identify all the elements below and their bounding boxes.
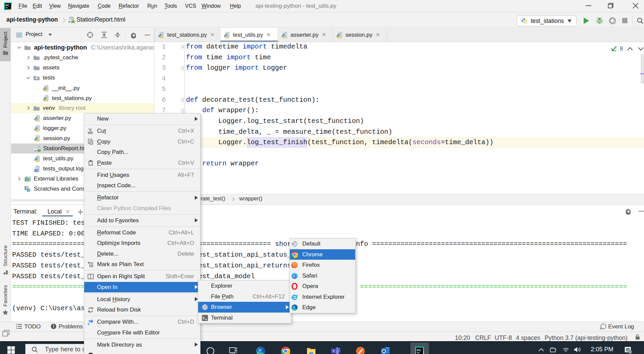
svg-text:PC: PC	[5, 4, 9, 7]
svg-text:T: T	[333, 349, 335, 353]
svg-text:H: H	[68, 20, 70, 23]
svg-text:PC: PC	[417, 348, 421, 352]
